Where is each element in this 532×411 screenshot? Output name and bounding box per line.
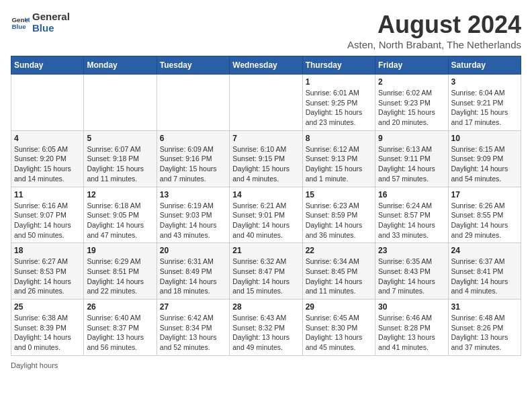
day-info: Sunrise: 6:16 AMSunset: 9:07 PMDaylight:… — [14, 201, 81, 240]
day-number: 10 — [451, 134, 518, 143]
calendar-header-tuesday: Tuesday — [157, 56, 229, 75]
day-info: Sunrise: 6:15 AMSunset: 9:09 PMDaylight:… — [451, 144, 518, 184]
day-number: 2 — [378, 77, 445, 87]
calendar-week-row: 1Sunrise: 6:01 AMSunset: 9:25 PMDaylight… — [11, 75, 521, 131]
day-info: Sunrise: 6:05 AMSunset: 9:20 PMDaylight:… — [14, 144, 81, 184]
day-number: 9 — [378, 134, 445, 143]
day-number: 16 — [378, 190, 445, 199]
day-info: Sunrise: 6:24 AMSunset: 8:57 PMDaylight:… — [378, 201, 445, 240]
calendar-cell: 4Sunrise: 6:05 AMSunset: 9:20 PMDaylight… — [11, 130, 84, 187]
day-number: 20 — [160, 246, 226, 255]
calendar-cell — [157, 75, 229, 131]
day-number: 29 — [306, 302, 372, 312]
day-info: Sunrise: 6:32 AMSunset: 8:47 PMDaylight:… — [232, 257, 299, 296]
calendar-cell: 14Sunrise: 6:21 AMSunset: 9:01 PMDayligh… — [230, 187, 302, 243]
day-number: 30 — [378, 302, 445, 312]
calendar-cell: 20Sunrise: 6:31 AMSunset: 8:49 PMDayligh… — [157, 243, 229, 300]
day-info: Sunrise: 6:09 AMSunset: 9:16 PMDaylight:… — [160, 144, 226, 184]
day-info: Sunrise: 6:27 AMSunset: 8:53 PMDaylight:… — [14, 257, 81, 296]
day-info: Sunrise: 6:21 AMSunset: 9:01 PMDaylight:… — [232, 201, 299, 240]
calendar-cell: 7Sunrise: 6:10 AMSunset: 9:15 PMDaylight… — [230, 130, 302, 187]
day-info: Sunrise: 6:29 AMSunset: 8:51 PMDaylight:… — [87, 257, 153, 296]
day-number: 7 — [232, 134, 299, 143]
calendar-cell: 1Sunrise: 6:01 AMSunset: 9:25 PMDaylight… — [302, 75, 375, 131]
day-info: Sunrise: 6:45 AMSunset: 8:30 PMDaylight:… — [306, 313, 372, 353]
calendar-cell: 2Sunrise: 6:02 AMSunset: 9:23 PMDaylight… — [375, 75, 448, 131]
main-title: August 2024 — [347, 11, 521, 39]
calendar-cell: 17Sunrise: 6:26 AMSunset: 8:55 PMDayligh… — [448, 187, 521, 243]
calendar-cell: 31Sunrise: 6:48 AMSunset: 8:26 PMDayligh… — [448, 300, 521, 356]
calendar-cell: 23Sunrise: 6:35 AMSunset: 8:43 PMDayligh… — [375, 243, 448, 300]
day-number: 4 — [14, 134, 81, 143]
logo-blue-text: Blue — [32, 22, 70, 34]
day-number: 11 — [14, 190, 81, 199]
subtitle: Asten, North Brabant, The Netherlands — [347, 39, 521, 50]
day-number: 21 — [232, 246, 299, 255]
day-number: 23 — [378, 246, 445, 255]
calendar-cell: 13Sunrise: 6:19 AMSunset: 9:03 PMDayligh… — [157, 187, 229, 243]
calendar-cell: 18Sunrise: 6:27 AMSunset: 8:53 PMDayligh… — [11, 243, 84, 300]
day-number: 18 — [14, 246, 81, 255]
footer-note: Daylight hours — [11, 361, 521, 369]
calendar-cell: 19Sunrise: 6:29 AMSunset: 8:51 PMDayligh… — [84, 243, 157, 300]
logo-icon: General Blue — [11, 13, 30, 32]
day-info: Sunrise: 6:37 AMSunset: 8:41 PMDaylight:… — [451, 257, 518, 296]
day-number: 31 — [451, 302, 518, 312]
calendar-cell: 26Sunrise: 6:40 AMSunset: 8:37 PMDayligh… — [84, 300, 157, 356]
calendar-cell: 24Sunrise: 6:37 AMSunset: 8:41 PMDayligh… — [448, 243, 521, 300]
calendar-header-friday: Friday — [375, 56, 448, 75]
day-number: 27 — [160, 302, 226, 312]
day-info: Sunrise: 6:18 AMSunset: 9:05 PMDaylight:… — [87, 201, 153, 240]
calendar-cell: 25Sunrise: 6:38 AMSunset: 8:39 PMDayligh… — [11, 300, 84, 356]
day-info: Sunrise: 6:10 AMSunset: 9:15 PMDaylight:… — [232, 144, 299, 184]
calendar-header-wednesday: Wednesday — [230, 56, 302, 75]
day-info: Sunrise: 6:38 AMSunset: 8:39 PMDaylight:… — [14, 313, 81, 353]
calendar-cell: 29Sunrise: 6:45 AMSunset: 8:30 PMDayligh… — [302, 300, 375, 356]
day-number: 28 — [232, 302, 299, 312]
calendar-cell: 11Sunrise: 6:16 AMSunset: 9:07 PMDayligh… — [11, 187, 84, 243]
day-info: Sunrise: 6:43 AMSunset: 8:32 PMDaylight:… — [232, 313, 299, 353]
svg-text:Blue: Blue — [11, 23, 26, 30]
day-number: 8 — [306, 134, 372, 143]
day-number: 25 — [14, 302, 81, 312]
day-info: Sunrise: 6:13 AMSunset: 9:11 PMDaylight:… — [378, 144, 445, 184]
day-info: Sunrise: 6:19 AMSunset: 9:03 PMDaylight:… — [160, 201, 226, 240]
day-info: Sunrise: 6:48 AMSunset: 8:26 PMDaylight:… — [451, 313, 518, 353]
calendar-cell: 3Sunrise: 6:04 AMSunset: 9:21 PMDaylight… — [448, 75, 521, 131]
calendar-cell: 9Sunrise: 6:13 AMSunset: 9:11 PMDaylight… — [375, 130, 448, 187]
calendar-cell: 22Sunrise: 6:34 AMSunset: 8:45 PMDayligh… — [302, 243, 375, 300]
calendar-week-row: 18Sunrise: 6:27 AMSunset: 8:53 PMDayligh… — [11, 243, 521, 300]
calendar-cell: 21Sunrise: 6:32 AMSunset: 8:47 PMDayligh… — [230, 243, 302, 300]
logo: General Blue General Blue — [11, 11, 70, 34]
day-number: 13 — [160, 190, 226, 199]
day-info: Sunrise: 6:01 AMSunset: 9:25 PMDaylight:… — [306, 88, 372, 128]
day-number: 22 — [306, 246, 372, 255]
page-header: General Blue General Blue August 2024 As… — [11, 11, 521, 50]
calendar-week-row: 4Sunrise: 6:05 AMSunset: 9:20 PMDaylight… — [11, 130, 521, 187]
day-number: 5 — [87, 134, 153, 143]
day-number: 6 — [160, 134, 226, 143]
day-number: 15 — [306, 190, 372, 199]
calendar-cell — [84, 75, 157, 131]
calendar-cell: 27Sunrise: 6:42 AMSunset: 8:34 PMDayligh… — [157, 300, 229, 356]
calendar-header-saturday: Saturday — [448, 56, 521, 75]
day-number: 24 — [451, 246, 518, 255]
calendar-table: SundayMondayTuesdayWednesdayThursdayFrid… — [11, 56, 521, 356]
calendar-cell: 30Sunrise: 6:46 AMSunset: 8:28 PMDayligh… — [375, 300, 448, 356]
day-number: 1 — [306, 77, 372, 87]
calendar-header-thursday: Thursday — [302, 56, 375, 75]
day-info: Sunrise: 6:26 AMSunset: 8:55 PMDaylight:… — [451, 201, 518, 240]
calendar-cell: 28Sunrise: 6:43 AMSunset: 8:32 PMDayligh… — [230, 300, 302, 356]
day-info: Sunrise: 6:46 AMSunset: 8:28 PMDaylight:… — [378, 313, 445, 353]
calendar-header-sunday: Sunday — [11, 56, 84, 75]
day-number: 12 — [87, 190, 153, 199]
logo-general-text: General — [32, 11, 70, 22]
day-info: Sunrise: 6:34 AMSunset: 8:45 PMDaylight:… — [306, 257, 372, 296]
calendar-cell: 6Sunrise: 6:09 AMSunset: 9:16 PMDaylight… — [157, 130, 229, 187]
calendar-cell: 12Sunrise: 6:18 AMSunset: 9:05 PMDayligh… — [84, 187, 157, 243]
calendar-cell: 5Sunrise: 6:07 AMSunset: 9:18 PMDaylight… — [84, 130, 157, 187]
day-number: 19 — [87, 246, 153, 255]
calendar-week-row: 11Sunrise: 6:16 AMSunset: 9:07 PMDayligh… — [11, 187, 521, 243]
calendar-header-monday: Monday — [84, 56, 157, 75]
calendar-cell: 16Sunrise: 6:24 AMSunset: 8:57 PMDayligh… — [375, 187, 448, 243]
